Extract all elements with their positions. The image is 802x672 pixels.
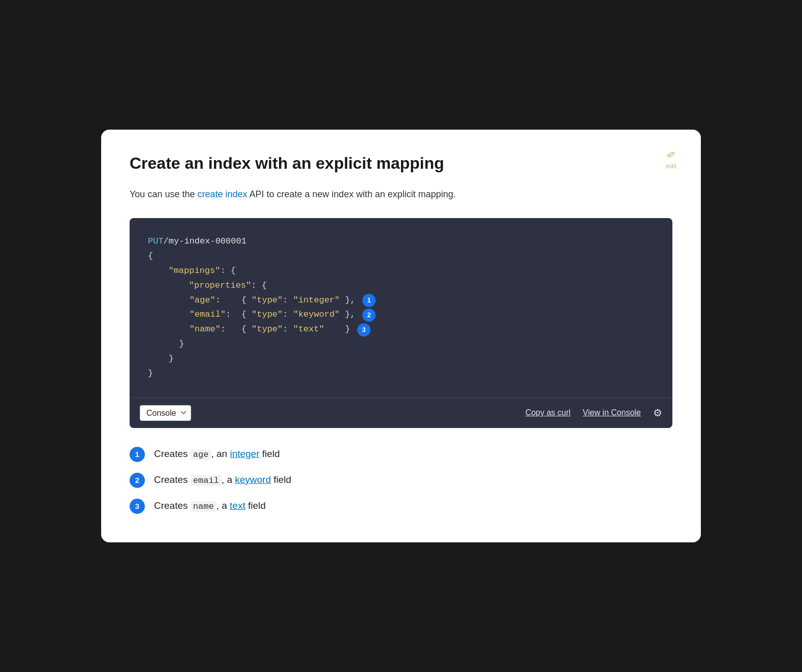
annotation-text-1: Creates age, an integer field — [154, 446, 280, 462]
page-title: Create an index with an explicit mapping — [130, 154, 672, 173]
copy-as-curl-button[interactable]: Copy as curl — [526, 408, 571, 417]
annotation-badge-2: 2 — [362, 309, 376, 322]
text-link[interactable]: text — [230, 500, 245, 511]
code-line-age: "age": { "type": "integer" }, 1 — [148, 293, 654, 308]
create-index-link[interactable]: create index — [197, 189, 247, 199]
toolbar-right: Copy as curl View in Console ⚙ — [526, 407, 662, 419]
code-line-close-mappings: } — [148, 352, 654, 366]
code-line-close-props: } — [148, 337, 654, 352]
settings-button[interactable]: ⚙ — [653, 407, 662, 419]
annotation-item-badge-2: 2 — [130, 473, 145, 488]
code-line-close-root: } — [148, 366, 654, 381]
intro-paragraph: You can use the create index API to crea… — [130, 187, 672, 202]
code-line-open-brace: { — [148, 249, 654, 264]
annotation-item-2: 2 Creates email, a keyword field — [130, 472, 672, 488]
annotation-text-3: Creates name, a text field — [154, 498, 266, 513]
api-path: /my-index-000001 — [164, 234, 246, 249]
code-line-properties: "properties": { — [148, 279, 654, 293]
console-selector[interactable]: Console curl — [140, 405, 191, 421]
code-line-name: "name": { "type": "text" } 3 — [148, 322, 654, 337]
annotation-item-1: 1 Creates age, an integer field — [130, 446, 672, 462]
code-line-mappings: "mappings": { — [148, 264, 654, 279]
toolbar-left: Console curl — [140, 405, 191, 421]
pencil-icon: ✏ — [664, 146, 678, 163]
code-block: PUT /my-index-000001 { "mappings": { "pr… — [130, 218, 672, 398]
annotation-code-name: name — [191, 501, 217, 512]
annotation-badge-1: 1 — [362, 294, 376, 307]
annotation-item-3: 3 Creates name, a text field — [130, 498, 672, 514]
gear-icon: ⚙ — [653, 407, 662, 419]
view-in-console-button[interactable]: View in Console — [583, 408, 641, 417]
annotation-code-age: age — [191, 449, 211, 460]
intro-suffix: API to create a new index with an explic… — [248, 189, 456, 199]
code-line-method: PUT /my-index-000001 — [148, 234, 654, 249]
annotations-list: 1 Creates age, an integer field 2 Create… — [130, 446, 672, 514]
code-line-email: "email": { "type": "keyword" }, 2 — [148, 308, 654, 322]
annotation-code-email: email — [191, 475, 222, 486]
http-method: PUT — [148, 234, 164, 249]
annotation-text-2: Creates email, a keyword field — [154, 472, 291, 487]
annotation-item-badge-1: 1 — [130, 447, 145, 462]
annotation-badge-3: 3 — [357, 323, 371, 337]
edit-button[interactable]: ✏ edit — [662, 146, 681, 172]
code-toolbar: Console curl Copy as curl View in Consol… — [130, 398, 672, 428]
edit-label: edit — [666, 162, 676, 170]
annotation-item-badge-3: 3 — [130, 499, 145, 514]
keyword-link[interactable]: keyword — [235, 474, 271, 485]
intro-prefix: You can use the — [130, 189, 197, 199]
main-card: ✏ edit Create an index with an explicit … — [101, 130, 701, 542]
integer-link[interactable]: integer — [230, 448, 259, 459]
